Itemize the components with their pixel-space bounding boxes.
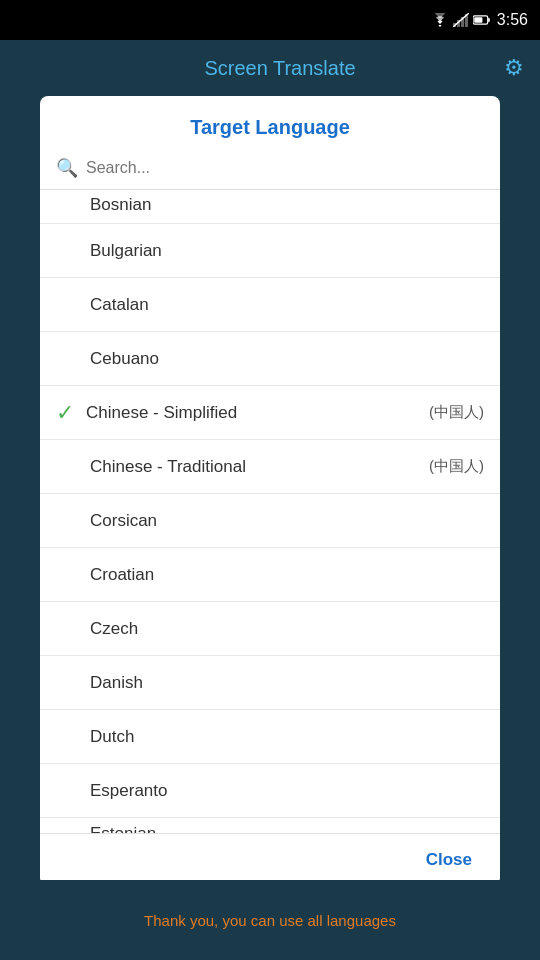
language-name: Corsican [90,511,484,531]
language-name: Chinese - Traditional [90,457,421,477]
app-title: Screen Translate [56,57,504,80]
language-name: Bulgarian [90,241,484,261]
svg-rect-7 [474,17,482,23]
list-item[interactable]: Esperanto [40,764,500,818]
battery-icon [473,14,491,26]
list-item[interactable]: Czech [40,602,500,656]
list-item[interactable]: Croatian [40,548,500,602]
bottom-text: Thank you, you can use all languages [144,912,396,929]
language-dialog: Target Language 🔍 BosnianBulgarianCatala… [40,96,500,886]
search-container: 🔍 [40,151,500,190]
bottom-bar: Thank you, you can use all languages [0,880,540,960]
svg-rect-6 [488,18,490,22]
list-item[interactable]: Catalan [40,278,500,332]
list-item[interactable]: Bosnian [40,190,500,224]
list-item[interactable]: Chinese - Traditional(中国人) [40,440,500,494]
status-bar: 3:56 [0,0,540,40]
language-name: Bosnian [90,195,484,215]
list-item[interactable]: Dutch [40,710,500,764]
check-icon: ✓ [56,400,74,426]
list-item[interactable]: Corsican [40,494,500,548]
language-native: (中国人) [429,457,484,476]
dialog-title: Target Language [40,96,500,151]
language-name: Estonian [90,824,484,833]
language-name: Danish [90,673,484,693]
list-item[interactable]: ✓Chinese - Simplified(中国人) [40,386,500,440]
language-name: Cebuano [90,349,484,369]
dialog-footer: Close [40,833,500,886]
language-native: (中国人) [429,403,484,422]
language-name: Croatian [90,565,484,585]
search-input[interactable] [86,159,484,177]
list-item[interactable]: Estonian [40,818,500,833]
list-item[interactable]: Cebuano [40,332,500,386]
status-icons [431,13,491,27]
close-button[interactable]: Close [418,846,480,874]
language-name: Catalan [90,295,484,315]
settings-icon[interactable]: ⚙ [504,55,524,81]
languages-list: BosnianBulgarianCatalanCebuano✓Chinese -… [40,190,500,833]
language-name: Dutch [90,727,484,747]
language-name: Esperanto [90,781,484,801]
list-item[interactable]: Danish [40,656,500,710]
status-time: 3:56 [497,11,528,29]
language-name: Chinese - Simplified [86,403,421,423]
wifi-icon [431,13,449,27]
search-icon: 🔍 [56,157,78,179]
list-item[interactable]: Bulgarian [40,224,500,278]
language-name: Czech [90,619,484,639]
app-bar: Screen Translate ⚙ [0,40,540,96]
signal-off-icon [453,13,469,27]
